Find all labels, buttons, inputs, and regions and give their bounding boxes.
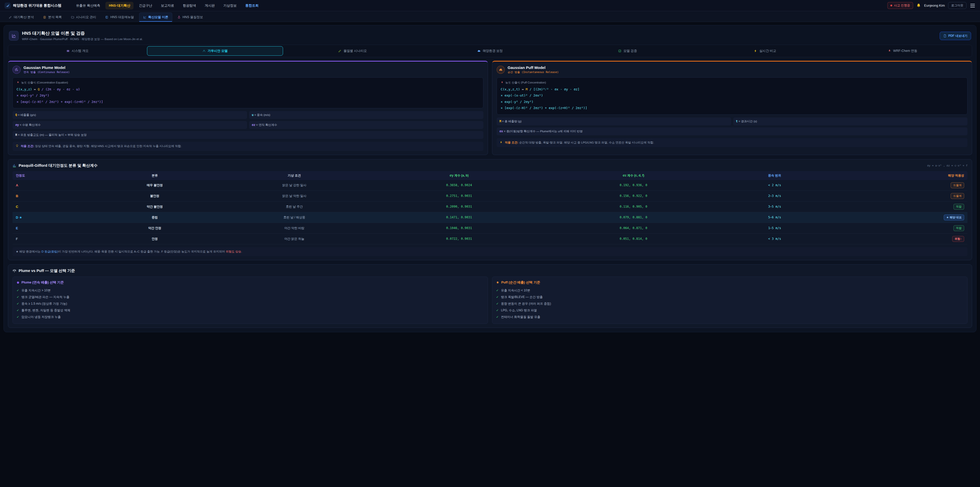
check-icon: ✓ xyxy=(17,295,19,299)
stability-grade: C xyxy=(16,205,18,209)
stability-grade: D ★ xyxy=(16,216,22,219)
criteria-item: ✓풍속 ≥ 1.5 m/s (정상류 가정 가능) xyxy=(17,300,484,307)
criteria-item: ✓유출 지속시간 < 10분 xyxy=(496,287,963,294)
tab-gaussian-model[interactable]: 가우시안 모델 xyxy=(147,46,283,56)
wind-range: < 3 m/s xyxy=(768,237,781,241)
stability-grade: A xyxy=(16,184,18,187)
pdf-export-button[interactable]: PDF 내보내기 xyxy=(940,32,971,40)
logout-button[interactable]: 로그아웃 xyxy=(948,2,966,9)
nav-item-weather[interactable]: 기상정보 xyxy=(220,2,240,10)
stability-table-row: E약간 안정야간 약한 바람0.1046, 0.90310.064, 0.871… xyxy=(13,223,967,233)
lightning-icon xyxy=(500,141,503,144)
nav-item-hns-dispersion[interactable]: HNS·대기확산 xyxy=(105,2,134,10)
nav-item-oil-spill[interactable]: 유출유 확산예측 xyxy=(73,2,103,10)
model-parameter: Q = 배출률 (g/s) xyxy=(13,111,247,119)
stability-grade: E xyxy=(16,226,18,230)
nav-item-aerial-search[interactable]: 항공탐색 xyxy=(180,2,199,10)
stability-grade: B xyxy=(16,194,18,198)
main-menu: 유출유 확산예측 HNS·대기확산 긴급구난 보고자료 항공탐색 게시판 기상정… xyxy=(73,2,885,10)
col-stability: 안정도 xyxy=(13,171,95,180)
subtab-hns-substance-info[interactable]: HNS 물질정보 xyxy=(173,13,207,22)
subtab-dispersion-analysis[interactable]: 대기확산 분석 xyxy=(5,13,38,22)
weather-condition: 맑은 날 약한 일사 xyxy=(282,194,306,198)
page-header: HNS 대기확산 모델 이론 및 검증 WRF-Chem · Gaussian … xyxy=(8,29,972,45)
formula-line: × exp(-y² / 2σy²) xyxy=(17,93,479,99)
check-icon: ✓ xyxy=(496,289,499,292)
burst-icon xyxy=(496,281,499,284)
plume-criteria-list: ✓유출 지속시간 > 10분✓탱크 균열/배관 파손 — 지속적 누출✓풍속 ≥… xyxy=(17,287,484,320)
model-parameter: M = 총 배출량 (g) xyxy=(496,118,731,125)
puff-card-subtitle: 순간 방출 (Instantaneous Release) xyxy=(508,70,558,74)
notification-bell-icon[interactable] xyxy=(916,3,921,8)
model-parameter: H = 유효 방출고도 (m) — 물리적 높이 + 부력 상승 보정 xyxy=(13,131,484,139)
app-logo[interactable]: 해양환경 위기대응 통합시스템 xyxy=(5,3,62,9)
nav-item-integrated-search[interactable]: 통합조회 xyxy=(242,2,262,10)
incident-in-progress-badge[interactable]: 사고 진행중 xyxy=(887,2,913,9)
sigma-formula-note: σy = a·xᵇ , σz = c·xᵈ + f xyxy=(927,164,967,167)
cloud-icon xyxy=(477,49,480,53)
stability-class: 중립 xyxy=(151,216,158,219)
lightning-icon xyxy=(754,49,757,53)
formula-line: C(x,y,z) = Q / (2π · σy · σz · u) xyxy=(17,86,479,93)
model-parameter: t = 경과시간 (s) xyxy=(733,118,968,125)
puff-formula-label: 농도 산출식 (Puff Concentration) xyxy=(505,81,546,85)
puff-applicability-note: 적용 조건: 순간적 대량 방출, 폭발·탱크 파열. 해양 사고 중 LPG/… xyxy=(496,138,967,147)
wind-range: < 2 m/s xyxy=(768,184,781,187)
tab-system-overview[interactable]: 시스템 개요 xyxy=(10,46,145,56)
suitability-badge: 위험↑ xyxy=(952,236,964,242)
subtab-analysis-list[interactable]: 분석 목록 xyxy=(39,13,65,22)
plume-parameters: Q = 배출률 (g/s)u = 풍속 (m/s)σy = 수평 확산계수σz … xyxy=(13,111,484,139)
sigma-z-coefficients: 0.156, 0.922, 0 xyxy=(620,194,647,198)
puff-formula: C(x,y,z,t) = M / [(2π)³⁄² · σx · σy · σz… xyxy=(501,86,963,111)
formula-line: × [exp(-(z-H)² / 2σz²) + exp(-(z+H)² / 2… xyxy=(17,99,479,105)
criteria-item: ✓유출 지속시간 > 10분 xyxy=(17,287,484,294)
nav-item-board[interactable]: 게시판 xyxy=(201,2,218,10)
section-tab-bar: 시스템 개요 가우시안 모델 물질별 시나리오 해양환경 보정 모델 검증 실시… xyxy=(8,45,972,57)
stability-class: 안정 xyxy=(151,237,158,241)
tab-substance-scenarios[interactable]: 물질별 시나리오 xyxy=(285,46,421,56)
plume-formula-label: 농도 산출식 (Concentration Equation) xyxy=(21,81,68,85)
check-icon: ✓ xyxy=(496,295,499,299)
plume-formula: C(x,y,z) = Q / (2π · σy · σz · u)× exp(-… xyxy=(17,86,479,105)
plume-card-title: Gaussian Plume Model xyxy=(24,65,70,70)
suitability-badge: 드물게 xyxy=(951,193,964,199)
model-theory-icon xyxy=(9,31,19,41)
weather-condition: 맑은 날 강한 일사 xyxy=(282,184,306,187)
col-sigma-y: σy 계수 (a, b) xyxy=(374,171,544,180)
nav-item-reports[interactable]: 보고자료 xyxy=(158,2,177,10)
subtab-scenario-management[interactable]: 시나리오 관리 xyxy=(67,13,100,22)
selection-title: Plume vs Puff — 모델 선택 기준 xyxy=(19,268,75,273)
incident-dot-icon xyxy=(891,5,892,6)
tab-wrf-chem-link[interactable]: WRF-Chem 연동 xyxy=(835,46,970,56)
weather-condition: 흐린 날 / 해상풍 xyxy=(283,216,305,219)
table-footnote: ★ 해양 환경에서는 D 등급(중립)이 가장 빈번하게 나타난다. 해풍·육풍… xyxy=(13,247,967,256)
subtab-dispersion-model-theory[interactable]: 확산모델 이론 xyxy=(139,13,172,22)
topnav-right: 사고 진행중 Eunjeong Kim 로그아웃 xyxy=(887,2,975,9)
section-sub-navigation: 대기확산 분석 분석 목록 시나리오 관리 HNS 대응메뉴얼 확산모델 이론 … xyxy=(0,11,980,22)
pasquill-gifford-card: Pasquill-Gifford 대기안정도 분류 및 확산계수 σy = a·… xyxy=(8,159,972,260)
stability-class-table: 안정도 분류 기상 조건 σy 계수 (a, b) σz 계수 (c, d, f… xyxy=(13,171,967,244)
pin-icon xyxy=(17,81,19,84)
col-wind-range: 풍속 범위 xyxy=(723,171,826,180)
sigma-z-coefficients: 0.064, 0.871, 0 xyxy=(620,226,647,230)
sigma-y-coefficients: 0.2090, 0.9031 xyxy=(446,205,472,208)
subtab-hns-manual[interactable]: HNS 대응메뉴얼 xyxy=(101,13,138,22)
tab-marine-correction[interactable]: 해양환경 보정 xyxy=(422,46,558,56)
hamburger-menu-icon[interactable] xyxy=(970,3,975,8)
criteria-item: ✓탱크 균열/배관 파손 — 지속적 누출 xyxy=(17,294,484,300)
sigma-y-coefficients: 0.0722, 0.9031 xyxy=(446,237,472,241)
sigma-y-coefficients: 0.2751, 0.9031 xyxy=(446,194,472,198)
sigma-y-coefficients: 0.1471, 0.9031 xyxy=(446,216,472,219)
tab-realtime-comparison[interactable]: 실시간 비교 xyxy=(697,46,833,56)
sigma-z-coefficients: 0.079, 0.881, 0 xyxy=(620,216,647,219)
criteria-item: ✓컨테이너 화학물질 돌발 유출 xyxy=(496,314,963,320)
wind-range: 5–6 m/s xyxy=(768,216,781,219)
wind-range: 1–5 m/s xyxy=(768,226,781,230)
user-name: Eunjeong Kim xyxy=(924,3,945,7)
criteria-item: ✓톨루엔, 벤젠, 자일렌 등 증발성 액체 xyxy=(17,307,484,314)
formula-line: × exp(-(x-ut)² / 2σx²) xyxy=(501,93,963,99)
tab-model-validation[interactable]: 모델 검증 xyxy=(559,46,695,56)
nav-item-rescue[interactable]: 긴급구난 xyxy=(135,2,156,10)
plume-formula-block: 농도 산출식 (Concentration Equation) C(x,y,z)… xyxy=(13,77,484,108)
criteria-item: ✓암모니아 냉동 저장탱크 누출 xyxy=(17,314,484,320)
